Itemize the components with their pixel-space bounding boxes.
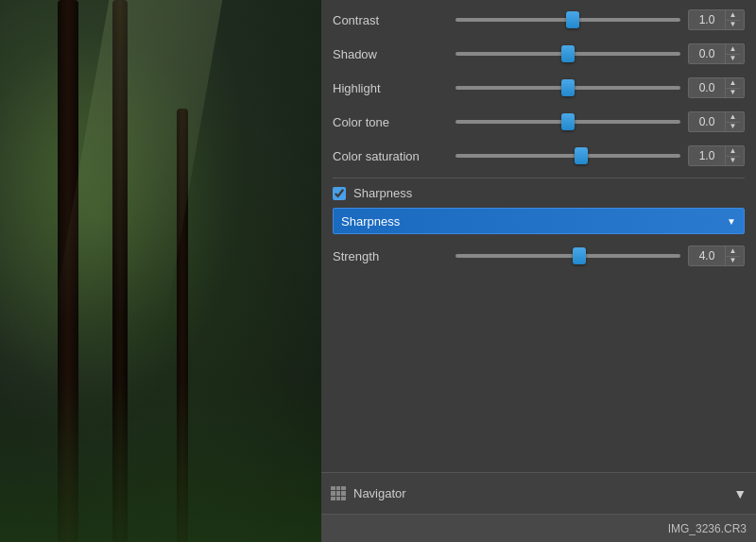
color-saturation-decrement[interactable]: ▼ <box>726 157 740 166</box>
sharpness-dropdown-value: Sharpness <box>341 214 400 229</box>
highlight-thumb[interactable] <box>561 79 575 96</box>
sharpness-dropdown[interactable]: Sharpness ▼ <box>333 208 745 234</box>
contrast-slider-container[interactable] <box>455 12 680 27</box>
divider <box>333 178 745 178</box>
shadow-slider-container[interactable] <box>455 46 680 61</box>
contrast-row: Contrast ▲ ▼ <box>333 8 745 32</box>
bottom-bar: IMG_3236.CR3 <box>321 514 756 542</box>
strength-slider-container[interactable] <box>455 248 680 263</box>
shadow-increment[interactable]: ▲ <box>726 44 740 55</box>
contrast-spinner: ▲ ▼ <box>725 10 740 29</box>
shadow-label: Shadow <box>333 47 455 61</box>
color-saturation-track <box>455 154 680 158</box>
color-saturation-value-input-container: ▲ ▼ <box>688 145 745 166</box>
shadow-row: Shadow ▲ ▼ <box>333 42 745 66</box>
contrast-label: Contrast <box>333 13 455 27</box>
ground-foliage <box>0 380 321 542</box>
navigator-collapse-icon[interactable]: ▼ <box>733 486 747 501</box>
color-tone-decrement[interactable]: ▼ <box>726 123 740 132</box>
strength-value-input-container: ▲ ▼ <box>688 246 745 266</box>
color-saturation-thumb[interactable] <box>575 147 588 164</box>
contrast-thumb[interactable] <box>566 11 579 28</box>
shadow-spinner: ▲ ▼ <box>725 44 740 63</box>
highlight-track <box>455 86 680 90</box>
highlight-label: Highlight <box>333 81 455 95</box>
navigator-grid-icon <box>331 486 346 501</box>
strength-thumb[interactable] <box>573 247 586 264</box>
strength-label: Strength <box>333 249 455 263</box>
navigator-section[interactable]: Navigator ▼ <box>321 472 756 514</box>
color-saturation-row: Color saturation ▲ ▼ <box>333 144 745 168</box>
dropdown-arrow-icon: ▼ <box>727 216 736 227</box>
color-tone-spinner: ▲ ▼ <box>725 112 740 131</box>
sharpness-header: Sharpness <box>333 186 745 200</box>
contrast-value-input[interactable] <box>689 10 725 29</box>
color-tone-value-input-container: ▲ ▼ <box>688 111 745 132</box>
shadow-thumb[interactable] <box>561 45 575 62</box>
strength-spinner: ▲ ▼ <box>725 246 740 265</box>
color-tone-slider-container[interactable] <box>455 114 680 129</box>
color-saturation-slider-container[interactable] <box>455 148 680 163</box>
shadow-decrement[interactable]: ▼ <box>726 55 740 64</box>
image-preview-panel <box>0 0 321 542</box>
color-tone-value-input[interactable] <box>689 112 725 131</box>
strength-increment[interactable]: ▲ <box>726 246 740 257</box>
strength-decrement[interactable]: ▼ <box>726 257 740 266</box>
color-tone-increment[interactable]: ▲ <box>726 112 740 123</box>
controls-area: Contrast ▲ ▼ Shadow <box>321 0 756 472</box>
highlight-spinner: ▲ ▼ <box>725 78 740 97</box>
forest-background <box>0 0 321 542</box>
color-tone-row: Color tone ▲ ▼ <box>333 110 745 134</box>
highlight-decrement[interactable]: ▼ <box>726 89 740 98</box>
navigator-label: Navigator <box>353 486 733 500</box>
highlight-row: Highlight ▲ ▼ <box>333 76 745 100</box>
highlight-value-input-container: ▲ ▼ <box>688 77 745 98</box>
shadow-value-input[interactable] <box>689 44 725 63</box>
filename-label: IMG_3236.CR3 <box>668 522 747 535</box>
color-saturation-increment[interactable]: ▲ <box>726 146 740 157</box>
color-tone-label: Color tone <box>333 115 455 129</box>
contrast-track <box>455 18 680 22</box>
color-saturation-label: Color saturation <box>333 149 455 163</box>
sharpness-dropdown-container: Sharpness ▼ <box>333 208 745 234</box>
shadow-track <box>455 52 680 56</box>
right-panel: Contrast ▲ ▼ Shadow <box>321 0 756 542</box>
strength-value-input[interactable] <box>689 246 725 265</box>
sharpness-section-label: Sharpness <box>353 186 412 200</box>
contrast-increment[interactable]: ▲ <box>726 10 740 21</box>
highlight-slider-container[interactable] <box>455 80 680 95</box>
color-tone-track <box>455 120 680 124</box>
highlight-value-input[interactable] <box>689 78 725 97</box>
sharpness-section: Sharpness Sharpness ▼ Strength <box>333 186 745 268</box>
color-saturation-value-input[interactable] <box>689 146 725 165</box>
contrast-decrement[interactable]: ▼ <box>726 21 740 30</box>
strength-track <box>455 254 680 258</box>
highlight-increment[interactable]: ▲ <box>726 78 740 89</box>
shadow-value-input-container: ▲ ▼ <box>688 43 745 64</box>
strength-row: Strength ▲ ▼ <box>333 244 745 268</box>
color-saturation-spinner: ▲ ▼ <box>725 146 740 165</box>
contrast-value-input-container: ▲ ▼ <box>688 9 745 30</box>
sharpness-checkbox[interactable] <box>333 187 346 200</box>
color-tone-thumb[interactable] <box>561 113 575 130</box>
